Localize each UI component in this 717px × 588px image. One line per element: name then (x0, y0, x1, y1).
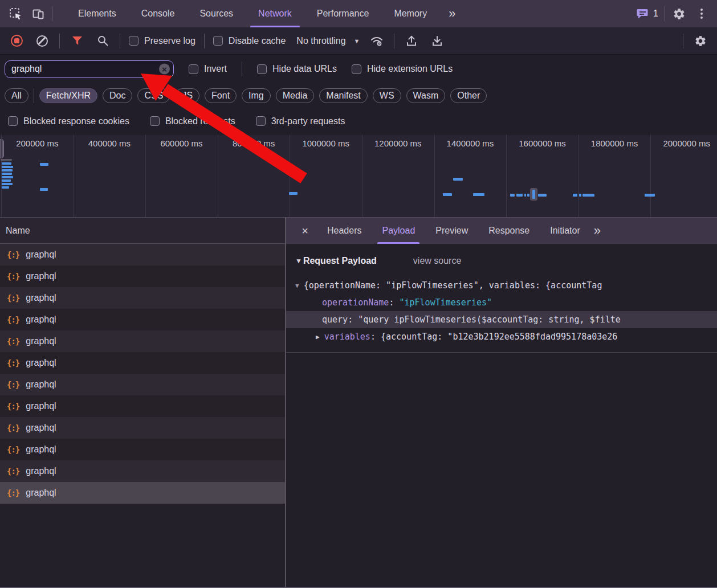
checkbox[interactable] (189, 64, 198, 74)
tab-sources[interactable]: Sources (187, 0, 246, 27)
detail-tab-initiator[interactable]: Initiator (540, 218, 590, 244)
checkbox[interactable] (256, 116, 266, 126)
3rd-party-requests-checkbox[interactable]: 3rd-party requests (256, 116, 345, 126)
waterfall-bar (443, 193, 452, 196)
hide-extension-urls-checkbox[interactable]: Hide extension URLs (352, 64, 453, 74)
table-row[interactable]: {:}graphql (0, 352, 285, 374)
table-row[interactable]: {:}graphql (0, 309, 285, 330)
filter-input[interactable] (5, 60, 174, 78)
table-row[interactable]: {:}graphql (0, 395, 285, 417)
throttling-dropdown[interactable]: No throttling ▼ (294, 36, 360, 46)
payload-line[interactable]: ▶variables: {accountTag: "b12e3b2192ee55… (286, 328, 717, 345)
more-tabs-chevron[interactable]: » (445, 7, 459, 20)
detail-tab-headers[interactable]: Headers (317, 218, 372, 244)
waterfall-bar (532, 190, 535, 199)
more-detail-tabs-chevron[interactable]: » (590, 224, 604, 237)
type-chip-js[interactable]: JS (175, 88, 199, 103)
issues-button[interactable]: 1 (637, 7, 658, 20)
request-rows: {:}graphql{:}graphql{:}graphql{:}graphql… (0, 244, 285, 504)
payload-text: {operationName: "ipFlowTimeseries", vari… (304, 280, 602, 291)
disable-cache-label: Disable cache (229, 36, 286, 46)
expanded-triangle-icon[interactable]: ▼ (295, 277, 299, 294)
timeline-tick-label: 2000000 ms (650, 138, 717, 150)
inspect-element-icon[interactable] (7, 5, 24, 22)
type-chip-all[interactable]: All (5, 88, 28, 103)
checkbox[interactable] (150, 116, 160, 126)
clear-filter-icon[interactable]: × (159, 64, 170, 75)
type-chip-manifest[interactable]: Manifest (319, 88, 367, 103)
payload-line[interactable]: operationName: "ipFlowTimeseries" (286, 294, 717, 311)
type-chip-ws[interactable]: WS (373, 88, 401, 103)
table-row[interactable]: {:}graphql (0, 439, 285, 460)
type-chip-fetch-xhr[interactable]: Fetch/XHR (39, 88, 97, 103)
checkbox[interactable] (129, 36, 138, 46)
throttling-value: No throttling (296, 36, 345, 46)
type-chip-wasm[interactable]: Wasm (406, 88, 446, 103)
network-settings-gear-icon[interactable] (692, 32, 709, 50)
device-toolbar-icon[interactable] (30, 5, 47, 22)
invert-checkbox[interactable]: Invert (189, 64, 227, 74)
checkbox[interactable] (8, 116, 18, 126)
issues-bubble-icon (637, 7, 649, 20)
divider (59, 34, 60, 48)
table-row[interactable]: {:}graphql (0, 266, 285, 287)
waterfall-bar (510, 194, 515, 197)
blocked-requests-checkbox[interactable]: Blocked requests (150, 116, 235, 126)
network-conditions-icon[interactable] (368, 32, 385, 50)
request-name: graphql (26, 379, 56, 390)
divider (52, 6, 53, 21)
payload-line[interactable]: ▼{operationName: "ipFlowTimeseries", var… (286, 277, 717, 294)
tab-network[interactable]: Network (246, 0, 304, 27)
settings-gear-icon[interactable] (670, 5, 687, 22)
checkbox[interactable] (213, 36, 223, 46)
timeline-tick-label: 800000 ms (218, 138, 290, 150)
kebab-menu-icon[interactable] (693, 5, 710, 22)
tab-console[interactable]: Console (129, 0, 188, 27)
type-chip-img[interactable]: Img (242, 88, 271, 103)
detail-tab-payload[interactable]: Payload (372, 218, 425, 244)
table-row[interactable]: {:}graphql (0, 374, 285, 395)
export-har-icon[interactable] (429, 32, 446, 50)
preserve-log-checkbox[interactable]: Preserve log (129, 36, 195, 46)
request-payload-header[interactable]: ▼ Request Payload view source (286, 253, 717, 269)
detail-tab-preview[interactable]: Preview (425, 218, 478, 244)
close-detail-icon[interactable]: × (293, 224, 317, 238)
table-row[interactable]: {:}graphql (0, 482, 285, 504)
checkbox-label: Blocked requests (165, 116, 235, 126)
name-column-header[interactable]: Name (0, 218, 285, 244)
search-icon[interactable] (94, 32, 111, 50)
checkbox[interactable] (352, 64, 361, 74)
disable-cache-checkbox[interactable]: Disable cache (213, 36, 286, 46)
tab-memory[interactable]: Memory (381, 0, 439, 27)
waterfall-bar (579, 194, 581, 197)
clear-network-log-button[interactable] (34, 32, 51, 50)
type-chip-media[interactable]: Media (276, 88, 315, 103)
hide-data-urls-checkbox[interactable]: Hide data URLs (257, 64, 337, 74)
detail-tab-bar: × HeadersPayloadPreviewResponseInitiator… (286, 218, 717, 244)
type-chip-other[interactable]: Other (450, 88, 487, 103)
collapsed-triangle-icon[interactable]: ▶ (316, 329, 320, 345)
table-row[interactable]: {:}graphql (0, 330, 285, 352)
import-har-icon[interactable] (403, 32, 420, 50)
blocked-response-cookies-checkbox[interactable]: Blocked response cookies (8, 116, 129, 126)
filter-funnel-icon[interactable] (68, 32, 85, 50)
waterfall-bar (2, 186, 9, 189)
payload-text: : (389, 297, 399, 308)
table-row[interactable]: {:}graphql (0, 417, 285, 439)
type-chip-font[interactable]: Font (205, 88, 237, 103)
tab-elements[interactable]: Elements (66, 0, 129, 27)
collapse-triangle-icon[interactable]: ▼ (295, 257, 302, 265)
detail-tab-response[interactable]: Response (478, 218, 540, 244)
view-source-link[interactable]: view source (413, 256, 461, 266)
checkbox[interactable] (257, 64, 267, 74)
table-row[interactable]: {:}graphql (0, 287, 285, 309)
chevron-down-icon: ▼ (354, 38, 360, 44)
table-row[interactable]: {:}graphql (0, 244, 285, 266)
table-row[interactable]: {:}graphql (0, 460, 285, 482)
type-chip-doc[interactable]: Doc (103, 88, 132, 103)
record-network-log-button[interactable] (8, 32, 25, 50)
tab-performance[interactable]: Performance (304, 0, 382, 27)
type-chip-css[interactable]: CSS (137, 88, 170, 103)
payload-line[interactable]: query: "query ipFlowTimeseries($accountT… (286, 311, 717, 328)
network-overview-timeline[interactable]: 200000 ms400000 ms600000 ms800000 ms1000… (0, 134, 717, 217)
